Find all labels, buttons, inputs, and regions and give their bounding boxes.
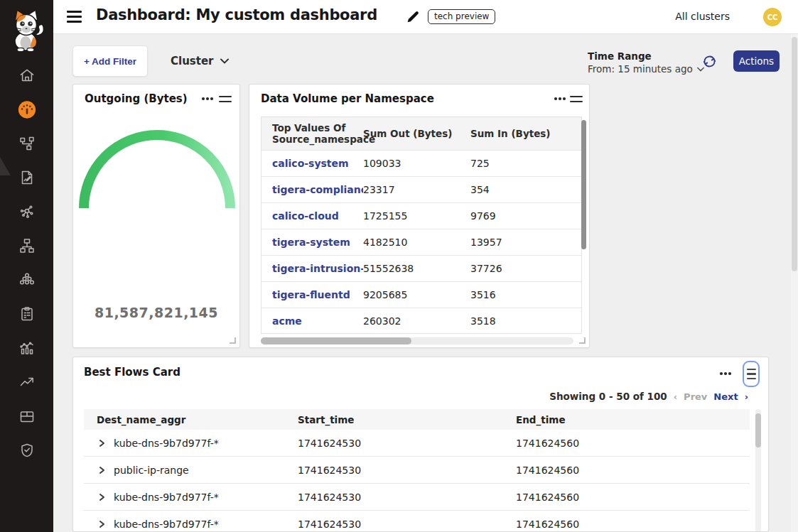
pagination: Showing 0 - 50 of 100 ‹ Prev Next ›: [549, 391, 748, 402]
expand-chevron-icon[interactable]: [97, 465, 107, 475]
menu-hamburger-icon[interactable]: [67, 11, 82, 23]
next-arrow-icon[interactable]: ›: [745, 392, 748, 401]
table-row: tigera-intrusion-d… 51552638 37726: [261, 255, 581, 281]
expand-chevron-icon[interactable]: [97, 438, 107, 448]
sum-in-value: 725: [470, 158, 556, 169]
page-title: Dashboard: My custom dashboard: [96, 6, 377, 23]
sidebar-item-workloads[interactable]: [18, 407, 36, 425]
chevron-down-icon: [220, 58, 229, 64]
best-flows-card: Best Flows Card Showing 0 - 50 of 100 ‹ …: [72, 357, 769, 532]
table-row: calico-system 109033 725: [261, 150, 581, 176]
namespace-link[interactable]: tigera-compliance: [261, 184, 363, 195]
sum-in-value: 3516: [470, 289, 556, 300]
sidebar-item-policies[interactable]: [18, 168, 36, 187]
chart-stats-icon: [18, 340, 36, 357]
column-header[interactable]: Sum Out (Bytes): [363, 128, 470, 139]
card-menu-icon[interactable]: [720, 372, 731, 375]
end-time: 1741624560: [516, 519, 729, 530]
prev-arrow-icon[interactable]: ‹: [674, 392, 677, 401]
prev-button[interactable]: Prev: [684, 391, 707, 402]
end-time: 1741624560: [516, 465, 729, 476]
namespace-link[interactable]: calico-system: [261, 158, 363, 169]
user-avatar[interactable]: CC: [763, 8, 782, 26]
sum-out-value: 23317: [363, 184, 470, 195]
time-range-dropdown[interactable]: From: 15 minutes ago: [588, 63, 704, 75]
card-drag-handle-icon[interactable]: [219, 96, 232, 102]
vertical-scrollbar-track[interactable]: [755, 409, 761, 532]
column-header[interactable]: End_time: [516, 414, 729, 425]
dest-name: kube-dns-9b7d977f-*: [114, 438, 219, 449]
sum-in-value: 9769: [470, 210, 556, 222]
page-scrollbar-track[interactable]: [791, 34, 798, 532]
sum-in-value: 13957: [470, 237, 556, 248]
sitemap-icon: [18, 237, 36, 254]
gauge-value: 81,587,821,145: [73, 305, 239, 320]
expand-chevron-icon[interactable]: [97, 519, 107, 529]
card-drag-handle-icon[interactable]: [570, 96, 583, 102]
start-time: 1741624530: [298, 492, 516, 503]
clipboard-icon: [18, 305, 36, 322]
namespace-link[interactable]: acme: [261, 315, 363, 327]
dest-name: kube-dns-9b7d977f-*: [114, 519, 219, 530]
card-menu-icon[interactable]: [554, 97, 566, 100]
expand-chevron-icon[interactable]: [97, 492, 107, 502]
sidebar-item-security[interactable]: [18, 441, 36, 460]
end-time: 1741624560: [516, 438, 729, 449]
namespace-link[interactable]: tigera-system: [261, 237, 363, 248]
add-filter-button[interactable]: + Add Filter: [72, 45, 148, 77]
home-icon: [18, 67, 36, 84]
column-header[interactable]: Start_time: [298, 414, 516, 425]
page-scrollbar-thumb[interactable]: [792, 37, 797, 271]
table-row: calico-cloud 1725155 9769: [261, 202, 581, 229]
vertical-scrollbar[interactable]: [581, 120, 586, 249]
dest-name: kube-dns-9b7d977f-*: [114, 492, 219, 503]
sum-out-value: 51552638: [363, 263, 470, 274]
pagination-status: Showing 0 - 50 of 100: [549, 391, 667, 402]
card-menu-icon[interactable]: [202, 97, 213, 100]
namespace-link[interactable]: calico-cloud: [261, 210, 363, 222]
next-button[interactable]: Next: [713, 391, 738, 402]
horizontal-scrollbar-thumb[interactable]: [261, 337, 411, 344]
table-row: kube-dns-9b7d977f-* 1741624530 174162456…: [84, 484, 750, 511]
sidebar-item-service-graph[interactable]: [18, 202, 36, 221]
refresh-button[interactable]: [702, 54, 717, 69]
sidebar-item-statistics[interactable]: [18, 339, 36, 357]
table-row: kube-dns-9b7d977f-* 1741624530 174162456…: [84, 430, 750, 457]
sidebar-item-trends[interactable]: [18, 373, 36, 391]
sidebar-item-compliance[interactable]: [18, 305, 36, 323]
table-row: tigera-compliance 23317 354: [261, 176, 581, 202]
gauge-chart: [73, 113, 241, 326]
card-drag-handle-focused[interactable]: [743, 361, 760, 387]
clusters-icon: [18, 271, 36, 288]
calico-cat-logo[interactable]: [6, 6, 47, 53]
sidebar-item-endpoints[interactable]: [18, 237, 36, 255]
cluster-selector[interactable]: All clusters: [675, 11, 730, 22]
card-resize-grip[interactable]: [230, 337, 236, 344]
horizontal-scrollbar-track[interactable]: [261, 337, 573, 344]
vertical-scrollbar-thumb[interactable]: [755, 413, 761, 447]
sum-in-value: 37726: [470, 263, 556, 274]
sidebar: [0, 0, 53, 532]
namespace-link[interactable]: tigera-intrusion-d…: [261, 263, 363, 274]
column-header[interactable]: Dest_name_aggr: [84, 414, 298, 425]
policy-edit-icon: [18, 169, 36, 186]
service-graph-icon: [18, 203, 36, 220]
sidebar-flyout-notch: [0, 157, 11, 175]
time-range-value: From: 15 minutes ago: [588, 63, 693, 75]
cluster-filter-dropdown[interactable]: Cluster: [171, 53, 229, 69]
sidebar-item-clusters[interactable]: [18, 271, 36, 289]
column-header[interactable]: Top Values Of Source_namespace: [261, 122, 363, 145]
refresh-icon: [702, 54, 717, 69]
sum-out-value: 1725155: [363, 210, 470, 222]
card-resize-grip[interactable]: [579, 337, 586, 344]
namespace-link[interactable]: tigera-fluentd: [261, 289, 363, 300]
sidebar-item-network-topology[interactable]: [18, 134, 36, 153]
column-header[interactable]: Sum In (Bytes): [470, 128, 556, 139]
sidebar-item-home[interactable]: [18, 66, 36, 85]
sum-out-value: 4182510: [363, 237, 470, 248]
table-header-row: Top Values Of Source_namespace Sum Out (…: [261, 117, 581, 150]
sidebar-item-dashboard[interactable]: [18, 100, 36, 119]
edit-pencil-icon[interactable]: [405, 9, 421, 25]
table-row: kube-dns-9b7d977f-* 1741624530 174162456…: [84, 511, 750, 532]
actions-button[interactable]: Actions: [733, 50, 780, 72]
